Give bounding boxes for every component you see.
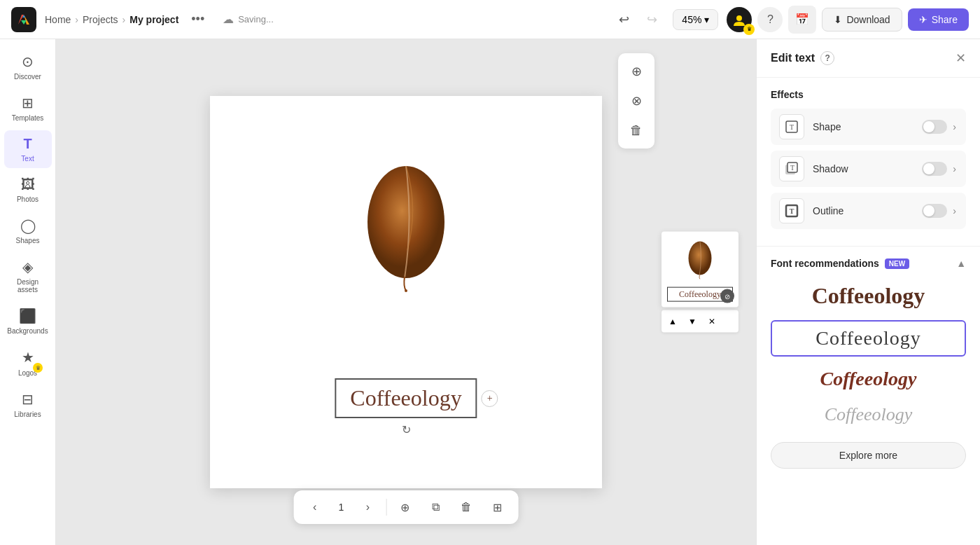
chevron-down-icon: ▾: [704, 14, 709, 25]
shape-toggle[interactable]: [922, 120, 947, 134]
coffee-bean-image: [357, 152, 455, 292]
mini-down-button[interactable]: ▼: [684, 313, 701, 330]
download-button[interactable]: ⬇ Download: [822, 8, 902, 32]
text-add-handle[interactable]: +: [482, 390, 498, 407]
libraries-icon: ⊟: [22, 391, 34, 408]
rp-help-button[interactable]: ?: [820, 51, 834, 65]
canvas-area: ⊕ ⊗ 🗑: [56, 39, 756, 545]
zoom-selector[interactable]: 45% ▾: [673, 9, 718, 30]
mini-coffee-bean-icon: [682, 237, 718, 284]
font-option-2-text: Coffeeology: [775, 324, 962, 352]
shadow-expand-button[interactable]: ›: [951, 162, 958, 176]
sidebar-item-logos[interactable]: ★ Logos ♛: [4, 343, 52, 382]
shadow-toggle[interactable]: [922, 162, 947, 176]
more-options-button[interactable]: •••: [187, 9, 209, 29]
mini-no-entry-badge: ⊘: [720, 289, 734, 303]
download-icon: ⬇: [834, 14, 842, 25]
shape-effect-icon: T: [779, 114, 804, 139]
delete-page-button[interactable]: 🗑: [454, 495, 479, 520]
app-logo[interactable]: [11, 7, 36, 32]
rp-close-button[interactable]: ✕: [955, 50, 966, 66]
mini-up-button[interactable]: ▲: [664, 313, 681, 330]
text-rotate-handle[interactable]: ↻: [402, 423, 411, 436]
canvas-page: Coffeeology + ↻: [210, 96, 602, 488]
sidebar-item-backgrounds[interactable]: ⬛ Backgrounds: [4, 302, 52, 340]
sidebar-item-text[interactable]: T Text: [4, 130, 52, 168]
calendar-button[interactable]: 📅: [788, 6, 816, 34]
align-tool-button[interactable]: ⊗: [622, 87, 650, 115]
font-option-2[interactable]: Coffeeology: [771, 320, 966, 357]
outline-toggle-container: ›: [922, 204, 958, 218]
shadow-effect-name: Shadow: [813, 163, 913, 174]
rp-header: Edit text ? ✕: [757, 39, 980, 78]
breadcrumb-home[interactable]: Home: [45, 14, 71, 25]
duplicate-page-button[interactable]: ⧉: [423, 495, 448, 520]
sidebar-item-templates[interactable]: ⊞ Templates: [4, 89, 52, 127]
design-assets-icon: ◈: [22, 258, 33, 275]
canvas-toolbar: ‹ 1 › ⊕ ⧉ 🗑 ⊞: [294, 490, 519, 524]
add-page-button[interactable]: ⊕: [392, 495, 417, 520]
font-option-3[interactable]: Coffeeology: [771, 365, 966, 393]
photos-icon: 🖼: [21, 177, 35, 193]
mini-preview-area: Coffeeology ⊘ ▲ ▼ ✕: [662, 232, 738, 333]
font-option-1[interactable]: Coffeeology: [771, 280, 966, 312]
svg-point-0: [736, 15, 742, 21]
grid-view-button[interactable]: ⊞: [484, 495, 510, 520]
shadow-effect-icon: T: [779, 156, 804, 181]
page-next-button[interactable]: ›: [355, 495, 380, 520]
effects-label: Effects: [771, 89, 966, 100]
sidebar-item-libraries[interactable]: ⊟ Libraries: [4, 385, 52, 424]
delete-tool-button[interactable]: 🗑: [622, 116, 650, 144]
page-prev-button[interactable]: ‹: [302, 495, 328, 520]
sidebar-item-shapes[interactable]: ◯ Shapes: [4, 212, 52, 250]
left-sidebar: ⊙ Discover ⊞ Templates T Text 🖼 Photos ◯…: [0, 39, 56, 545]
svg-text:T: T: [790, 164, 794, 172]
svg-text:T: T: [790, 123, 794, 131]
topbar: Home › Projects › My project ••• ☁ Savin…: [0, 0, 980, 39]
font-recommendations-section: Font recommendations NEW ▲ Coffeeology C…: [757, 247, 980, 545]
font-recs-title: Font recommendations NEW: [771, 258, 909, 269]
text-icon: T: [23, 136, 31, 152]
share-icon: ✈: [919, 14, 927, 25]
saving-indicator: ☁ Saving...: [223, 13, 274, 26]
outline-effect-icon: T: [779, 198, 804, 223]
share-button[interactable]: ✈ Share: [908, 8, 969, 31]
shape-expand-button[interactable]: ›: [951, 120, 958, 134]
sidebar-item-design-assets[interactable]: ◈ Design assets: [4, 253, 52, 299]
mini-card[interactable]: Coffeeology ⊘: [662, 232, 738, 308]
mini-controls: ▲ ▼ ✕: [662, 310, 738, 333]
effects-section: Effects T Shape ›: [757, 78, 980, 247]
font-recs-collapse-button[interactable]: ▲: [956, 258, 966, 269]
outline-toggle[interactable]: [922, 204, 947, 218]
shape-effect-name: Shape: [813, 121, 913, 132]
main-layout: ⊙ Discover ⊞ Templates T Text 🖼 Photos ◯…: [0, 39, 980, 545]
breadcrumb-current[interactable]: My project: [130, 14, 178, 25]
undo-button[interactable]: ↩: [611, 7, 636, 32]
svg-point-2: [405, 289, 407, 292]
discover-icon: ⊙: [22, 53, 34, 70]
coffee-text-box[interactable]: Coffeeology + ↻: [335, 378, 477, 418]
font-option-4-text: Coffeeology: [825, 404, 913, 425]
sidebar-item-discover[interactable]: ⊙ Discover: [4, 48, 52, 86]
breadcrumb-projects[interactable]: Projects: [83, 14, 118, 25]
new-badge: NEW: [885, 258, 909, 269]
font-option-4[interactable]: Coffeeology: [771, 401, 966, 428]
font-option-3-text: Coffeeology: [820, 368, 917, 389]
help-button[interactable]: ?: [757, 7, 783, 32]
topbar-actions: ♛ ? 📅 ⬇ Download ✈ Share: [727, 6, 969, 34]
explore-more-button[interactable]: Explore more: [771, 442, 966, 469]
rp-title: Edit text ?: [771, 51, 834, 65]
font-recs-header: Font recommendations NEW ▲: [771, 258, 966, 269]
redo-button[interactable]: ↪: [639, 7, 664, 32]
avatar[interactable]: ♛: [727, 7, 752, 32]
shadow-toggle-container: ›: [922, 162, 958, 176]
shapes-icon: ◯: [20, 217, 36, 234]
mini-close-button[interactable]: ✕: [704, 313, 720, 330]
crown-badge: ♛: [743, 24, 755, 35]
logos-icon: ★: [22, 349, 34, 366]
outline-expand-button[interactable]: ›: [951, 204, 958, 218]
sidebar-item-photos[interactable]: 🖼 Photos: [4, 171, 52, 209]
svg-text:T: T: [790, 207, 794, 215]
backgrounds-icon: ⬛: [19, 308, 36, 324]
layer-tool-button[interactable]: ⊕: [622, 57, 650, 85]
